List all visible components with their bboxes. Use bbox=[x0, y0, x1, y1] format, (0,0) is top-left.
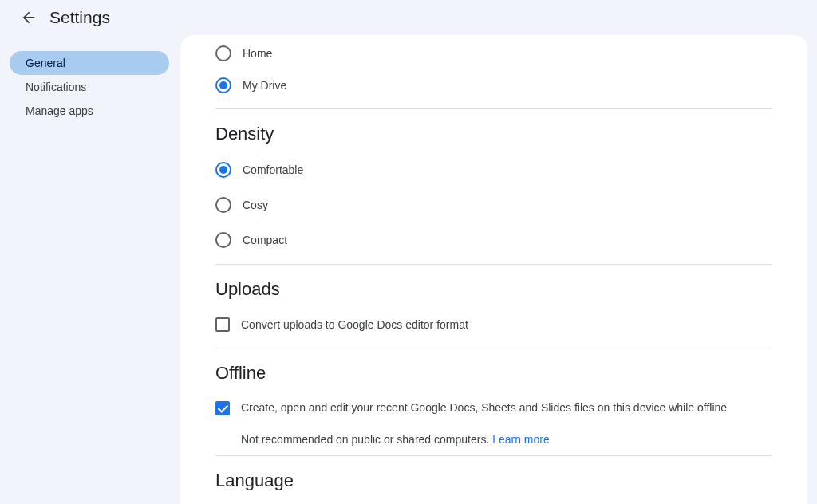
option-label: Create, open and edit your recent Google… bbox=[241, 400, 727, 416]
offline-option[interactable]: Create, open and edit your recent Google… bbox=[215, 392, 772, 425]
option-label: Home bbox=[243, 47, 272, 60]
sidebar: General Notifications Manage apps bbox=[0, 35, 171, 504]
section-title-offline: Offline bbox=[215, 363, 772, 384]
content-wrap: Home My Drive Density Comfortable Cosy C… bbox=[171, 35, 817, 504]
settings-content: Home My Drive Density Comfortable Cosy C… bbox=[180, 35, 807, 504]
section-title-language: Language bbox=[215, 471, 772, 491]
divider bbox=[215, 455, 772, 456]
sidebar-item-label: Notifications bbox=[26, 81, 86, 93]
option-label: My Drive bbox=[243, 79, 286, 92]
density-option-compact[interactable]: Compact bbox=[215, 222, 772, 258]
sidebar-item-manage-apps[interactable]: Manage apps bbox=[10, 99, 169, 123]
back-arrow-icon[interactable] bbox=[13, 2, 45, 33]
section-title-uploads: Uploads bbox=[215, 279, 772, 300]
section-title-density: Density bbox=[215, 124, 772, 144]
option-label: Comfortable bbox=[243, 163, 303, 176]
settings-header: Settings bbox=[0, 0, 817, 35]
divider bbox=[215, 348, 772, 348]
sidebar-item-label: Manage apps bbox=[26, 104, 93, 117]
start-page-option-my-drive[interactable]: My Drive bbox=[215, 69, 772, 102]
offline-warning-text: Not recommended on public or shared comp… bbox=[241, 433, 492, 446]
radio-icon[interactable] bbox=[215, 162, 231, 178]
start-page-option-home[interactable]: Home bbox=[215, 35, 772, 69]
divider bbox=[215, 108, 772, 109]
uploads-convert-option[interactable]: Convert uploads to Google Docs editor fo… bbox=[215, 308, 772, 341]
learn-more-link[interactable]: Learn more bbox=[492, 433, 550, 446]
layout: General Notifications Manage apps Home M… bbox=[0, 35, 817, 504]
divider bbox=[215, 264, 772, 265]
option-label: Convert uploads to Google Docs editor fo… bbox=[241, 318, 468, 331]
density-option-comfortable[interactable]: Comfortable bbox=[215, 152, 772, 187]
sidebar-item-notifications[interactable]: Notifications bbox=[10, 75, 169, 99]
density-option-cosy[interactable]: Cosy bbox=[215, 187, 772, 222]
sidebar-item-label: General bbox=[26, 57, 65, 69]
radio-icon[interactable] bbox=[215, 45, 231, 61]
option-label: Compact bbox=[243, 234, 287, 246]
checkbox-icon[interactable] bbox=[215, 317, 230, 332]
option-label: Cosy bbox=[243, 199, 268, 211]
page-title: Settings bbox=[49, 8, 110, 27]
radio-icon[interactable] bbox=[215, 197, 231, 213]
offline-subtext: Not recommended on public or shared comp… bbox=[241, 433, 772, 446]
radio-icon[interactable] bbox=[215, 232, 231, 248]
checkbox-icon[interactable] bbox=[215, 401, 230, 415]
radio-icon[interactable] bbox=[215, 77, 231, 93]
sidebar-item-general[interactable]: General bbox=[10, 51, 169, 75]
